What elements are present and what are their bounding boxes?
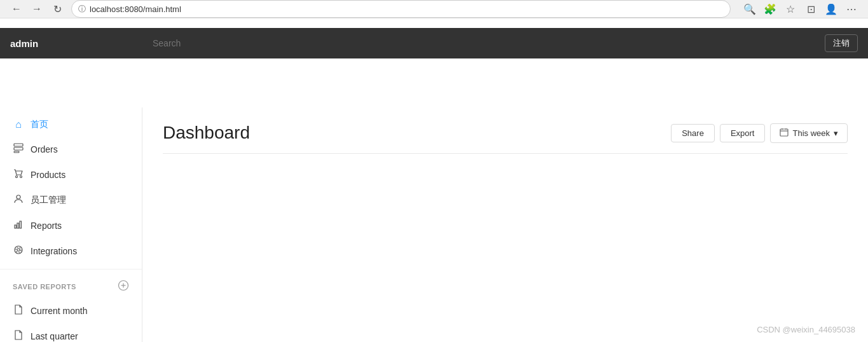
top-nav: admin 注销 (0, 28, 868, 58)
svg-rect-7 (17, 223, 19, 228)
add-saved-report-button[interactable] (118, 280, 129, 293)
search-input[interactable] (153, 33, 825, 53)
svg-rect-1 (14, 147, 23, 150)
sidebar-item-employees-label: 员工管理 (31, 195, 66, 206)
share-button[interactable]: Share (671, 124, 715, 142)
chevron-down-icon: ▾ (834, 128, 838, 138)
sidebar-item-employees[interactable]: 员工管理 (0, 188, 142, 213)
sidebar-item-integrations[interactable]: Integrations (0, 238, 142, 264)
header-actions: Share Export This week ▾ (671, 123, 848, 143)
search-icon[interactable]: 🔍 (741, 0, 759, 18)
svg-rect-15 (780, 129, 788, 136)
saved-report-last-quarter[interactable]: Last quarter (0, 324, 142, 342)
svg-rect-8 (20, 221, 22, 228)
favorites-icon[interactable]: ☆ (782, 0, 799, 18)
orders-icon (13, 143, 24, 156)
sidebar-item-home-label: 首页 (31, 119, 48, 130)
sidebar-item-products[interactable]: Products (0, 162, 142, 188)
saved-reports-label: SAVED REPORTS (13, 283, 76, 291)
integrations-icon (13, 245, 24, 257)
svg-point-5 (17, 195, 20, 199)
svg-point-3 (16, 176, 18, 178)
nav-buttons: ← → ↻ (8, 0, 66, 18)
svg-rect-0 (14, 144, 23, 146)
svg-point-10 (17, 249, 20, 251)
sidebar-item-products-label: Products (31, 170, 65, 180)
svg-point-4 (20, 176, 22, 178)
reports-icon (13, 219, 24, 232)
sidebar-item-orders-label: Orders (31, 144, 58, 154)
page-title: Dashboard (163, 123, 250, 143)
collections-icon[interactable]: ⊡ (802, 0, 820, 18)
profile-icon[interactable]: 👤 (822, 0, 840, 18)
url-text: localhost:8080/main.html (90, 4, 181, 14)
logout-button[interactable]: 注销 (825, 34, 858, 52)
browser-toolbar: 🔍 🧩 ☆ ⊡ 👤 ⋯ (741, 0, 860, 18)
saved-report-last-quarter-label: Last quarter (31, 331, 78, 341)
document-icon-2 (13, 330, 24, 342)
svg-rect-6 (15, 225, 17, 228)
browser-chrome: ← → ↻ ⓘ localhost:8080/main.html 🔍 🧩 ☆ ⊡… (0, 0, 868, 18)
saved-report-current-month[interactable]: Current month (0, 298, 142, 324)
calendar-icon (780, 128, 789, 139)
extensions-icon[interactable]: 🧩 (761, 0, 779, 18)
back-button[interactable]: ← (8, 0, 25, 18)
address-security-icon: ⓘ (78, 4, 86, 15)
document-icon-1 (13, 304, 24, 317)
dashboard-header: Dashboard Share Export T (163, 123, 848, 143)
employees-icon (13, 194, 24, 207)
products-icon (13, 168, 24, 181)
saved-reports-header: SAVED REPORTS (0, 275, 142, 298)
more-icon[interactable]: ⋯ (843, 0, 860, 18)
sidebar-item-orders[interactable]: Orders (0, 137, 142, 162)
header-divider (163, 153, 848, 154)
sidebar: ⌂ 首页 Orders (0, 107, 142, 342)
refresh-button[interactable]: ↻ (48, 0, 66, 18)
svg-point-11 (16, 247, 21, 252)
home-icon: ⌂ (13, 119, 24, 130)
date-range-button[interactable]: This week ▾ (770, 123, 848, 143)
forward-button[interactable]: → (28, 0, 46, 18)
sidebar-divider (0, 269, 142, 270)
address-bar[interactable]: ⓘ localhost:8080/main.html (71, 0, 731, 18)
sidebar-item-home[interactable]: ⌂ 首页 (0, 113, 142, 137)
saved-report-current-month-label: Current month (31, 306, 87, 316)
date-range-label: This week (792, 128, 830, 138)
svg-rect-2 (14, 151, 19, 153)
app-title: admin (10, 38, 153, 49)
sidebar-item-reports[interactable]: Reports (0, 213, 142, 238)
sidebar-item-integrations-label: Integrations (31, 246, 77, 256)
export-button[interactable]: Export (720, 124, 766, 142)
main-content: Dashboard Share Export T (142, 107, 868, 342)
sidebar-item-reports-label: Reports (31, 221, 62, 231)
content-row: ⌂ 首页 Orders (0, 49, 868, 342)
